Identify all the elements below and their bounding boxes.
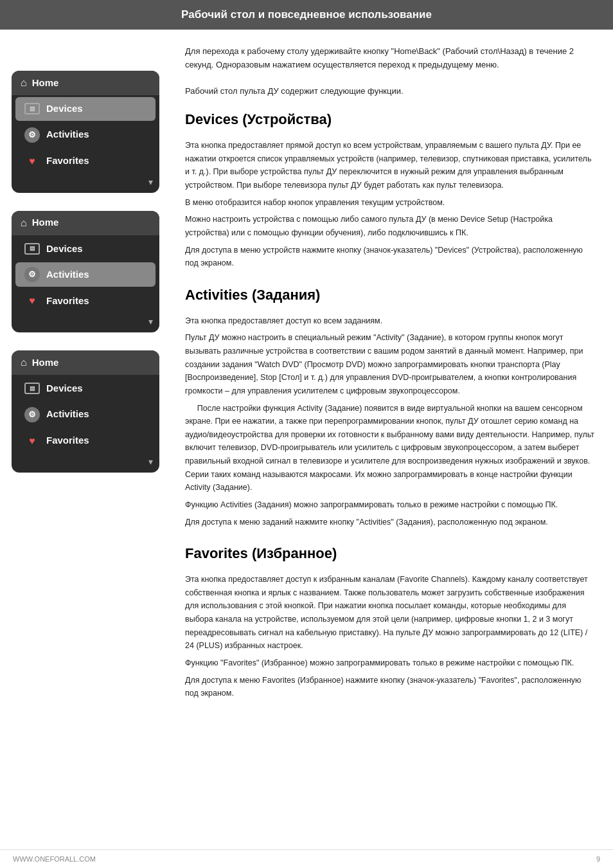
right-panel: Для перехода к рабочему столу удерживайт… xyxy=(173,0,613,868)
footer-page-number: 9 xyxy=(596,854,600,865)
home-label-1: Home xyxy=(32,76,59,91)
intro-para-2: Рабочий стол пульта ДУ содержит следующи… xyxy=(185,85,595,98)
devices-para-1: Эта кнопка предоставляет прямой доступ к… xyxy=(185,139,595,192)
home-label-3: Home xyxy=(32,356,59,370)
devices-icon-1: ▤ xyxy=(24,103,40,114)
devices-para-4: Для доступа в меню устройств нажмите кно… xyxy=(185,244,595,270)
favorites-icon-2: ♥ xyxy=(24,293,40,309)
favorites-section-body: Эта кнопка предоставляет доступ к избран… xyxy=(185,573,595,700)
activities-label-3: Activities xyxy=(46,407,89,422)
devices-para-3: Можно настроить устройства с помощью либ… xyxy=(185,213,595,239)
header-title: Рабочий стол и повседневное использовани… xyxy=(181,8,432,21)
footer: WWW.ONEFORALL.COM 9 xyxy=(0,849,613,869)
intro-para-1: Для перехода к рабочему столу удерживайт… xyxy=(185,45,595,72)
home-icon-2: ⌂ xyxy=(21,215,27,231)
remote-devices-2[interactable]: ▤ Devices xyxy=(15,237,155,261)
remote-widget-1: ⌂ Home ▤ Devices ⚙ Activities ♥ Favorite… xyxy=(12,71,159,193)
scroll-arrow-1: ▾ xyxy=(12,176,159,189)
home-label-2: Home xyxy=(32,215,59,230)
devices-label-3: Devices xyxy=(46,381,83,396)
favorites-para-1: Эта кнопка предоставляет доступ к избран… xyxy=(185,573,595,653)
activities-section: Activities (Задания) Эта кнопка предоста… xyxy=(185,284,595,529)
remote-devices-3[interactable]: ▤ Devices xyxy=(15,377,155,401)
remote-home-bar-3: ⌂ Home xyxy=(12,350,159,375)
activities-section-body: Эта кнопка предоставляет доступ ко всем … xyxy=(185,314,595,529)
activities-para-2: Пульт ДУ можно настроить в специальный р… xyxy=(185,331,595,397)
favorites-para-3: Для доступа к меню Favorites (Избранное)… xyxy=(185,674,595,700)
devices-para-2: В меню отобразится набор кнопок управлен… xyxy=(185,196,595,210)
activities-label-1: Activities xyxy=(46,127,89,142)
home-icon-3: ⌂ xyxy=(21,355,27,370)
activities-para-3: После настройки функция Activity (Задани… xyxy=(185,402,595,494)
favorites-section: Favorites (Избранное) Эта кнопка предост… xyxy=(185,543,595,700)
devices-section: Devices (Устройства) Эта кнопка предоста… xyxy=(185,109,595,270)
remote-activities-3[interactable]: ⚙ Activities xyxy=(15,402,155,427)
activities-label-2: Activities xyxy=(46,267,89,282)
devices-section-body: Эта кнопка предоставляет прямой доступ к… xyxy=(185,139,595,270)
favorites-para-2: Функцию "Favorites" (Избранное) можно за… xyxy=(185,656,595,670)
remote-activities-2[interactable]: ⚙ Activities xyxy=(15,262,155,287)
header-banner: Рабочий стол и повседневное использовани… xyxy=(0,0,613,30)
home-icon-1: ⌂ xyxy=(21,75,27,91)
remote-home-bar-1: ⌂ Home xyxy=(12,71,159,95)
remote-favorites-3[interactable]: ♥ Favorites xyxy=(15,429,155,453)
remote-activities-1[interactable]: ⚙ Activities xyxy=(15,123,155,147)
favorites-section-title: Favorites (Избранное) xyxy=(185,543,595,566)
remote-favorites-1[interactable]: ♥ Favorites xyxy=(15,149,155,174)
favorites-label-2: Favorites xyxy=(46,294,89,309)
left-panel: ⌂ Home ▤ Devices ⚙ Activities ♥ Favorite… xyxy=(0,0,173,868)
intro-text: Для перехода к рабочему столу удерживайт… xyxy=(185,45,595,98)
footer-website: WWW.ONEFORALL.COM xyxy=(13,854,96,865)
remote-devices-1[interactable]: ▤ Devices xyxy=(15,97,155,121)
remote-home-bar-2: ⌂ Home xyxy=(12,211,159,235)
activities-para-1: Эта кнопка предоставляет доступ ко всем … xyxy=(185,314,595,328)
remote-widget-3: ⌂ Home ▤ Devices ⚙ Activities ♥ Favorite… xyxy=(12,350,159,473)
activities-para-5: Для доступа к меню заданий нажмите кнопк… xyxy=(185,516,595,529)
favorites-icon-1: ♥ xyxy=(24,154,40,169)
scroll-arrow-2: ▾ xyxy=(12,315,159,329)
devices-section-title: Devices (Устройства) xyxy=(185,109,595,132)
remote-widget-2: ⌂ Home ▤ Devices ⚙ Activities ♥ Favorite… xyxy=(12,211,159,333)
devices-icon-3: ▤ xyxy=(24,383,40,394)
devices-label-1: Devices xyxy=(46,102,83,116)
scroll-arrow-3: ▾ xyxy=(12,455,159,469)
activities-icon-1: ⚙ xyxy=(24,127,40,143)
devices-label-2: Devices xyxy=(46,242,83,257)
activities-icon-3: ⚙ xyxy=(24,407,40,422)
favorites-icon-3: ♥ xyxy=(24,433,40,449)
activities-icon-2: ⚙ xyxy=(24,267,40,282)
activities-section-title: Activities (Задания) xyxy=(185,284,595,308)
devices-icon-2: ▤ xyxy=(24,243,40,255)
remote-favorites-2[interactable]: ♥ Favorites xyxy=(15,289,155,313)
favorites-label-3: Favorites xyxy=(46,433,89,448)
favorites-label-1: Favorites xyxy=(46,154,89,168)
activities-para-4: Функцию Activities (Задания) можно запро… xyxy=(185,498,595,512)
